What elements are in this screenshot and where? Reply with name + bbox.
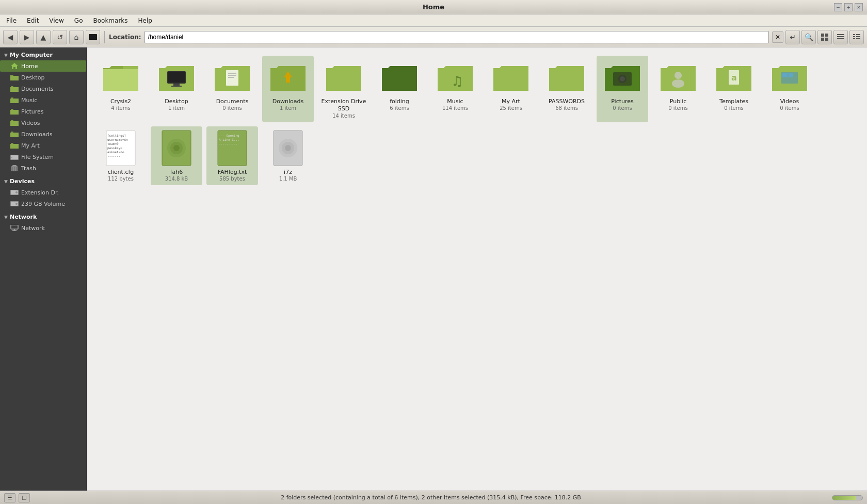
view-compact-button[interactable] [849,30,864,44]
sidebar-item-home[interactable]: Home [0,60,86,72]
file-item-fah6[interactable]: fah6 314.8 kB [151,126,202,185]
menu-file[interactable]: File [2,16,21,25]
folder-icon-templates: a [715,59,752,96]
file-item-fahlog[interactable]: --- Opening A Line C... ---------- FAHlo… [206,126,258,185]
view-grid-button[interactable] [817,30,832,44]
svg-rect-10 [853,34,855,35]
close-button[interactable]: × [855,3,863,11]
file-item-client-cfg[interactable]: [settings] username=An team=0 passkey= a… [95,126,147,185]
svg-rect-2 [90,35,96,39]
menu-bookmarks[interactable]: Bookmarks [89,16,132,25]
file-name-documents: Documents [216,98,249,105]
svg-text:username=An: username=An [107,138,128,141]
sidebar-item-desktop[interactable]: Desktop [0,72,86,83]
menu-help[interactable]: Help [134,16,156,25]
file-item-passwords[interactable]: PASSWORDS 68 items [541,56,592,122]
file-item-crysis2[interactable]: Crysis2 4 items [95,56,147,122]
folder-icon-my-art [492,59,529,96]
svg-rect-4 [825,34,828,37]
file-item-desktop[interactable]: Desktop 1 item [151,56,202,122]
minimize-button[interactable]: − [834,3,842,11]
folder-pictures-icon [10,107,19,116]
file-item-public[interactable]: Public 0 items [652,56,704,122]
menu-view[interactable]: View [45,16,68,25]
window-title: Home [423,3,444,11]
location-bar: Location: ✕ [109,31,783,43]
file-name-i7z: i7z [284,169,292,176]
menu-go[interactable]: Go [70,16,87,25]
folder-icon-music: ♫ [437,59,474,96]
svg-rect-8 [837,36,844,37]
svg-text:-------: ------- [107,154,120,158]
sidebar-item-239gb[interactable]: 239 GB Volume [0,198,86,209]
jump-button[interactable]: ↵ [785,30,800,44]
file-name-extension-ssd: Extension Drive SSD [321,98,366,113]
svg-rect-28 [12,165,17,166]
file-item-templates[interactable]: a Templates 0 items [708,56,760,122]
file-name-videos: Videos [780,98,799,105]
sidebar-item-label-239gb: 239 GB Volume [21,201,65,207]
svg-rect-42 [168,72,185,83]
file-count-pictures: 0 items [613,105,632,111]
folder-icon-desktop [158,59,195,96]
svg-point-55 [675,72,682,79]
view-list-button[interactable] [833,30,848,44]
file-item-my-art[interactable]: My Art 25 items [485,56,537,122]
svg-text:asknet=no: asknet=no [107,150,124,154]
statusbar-progress [832,495,863,500]
sidebar-item-pictures[interactable]: Pictures [0,106,86,117]
sidebar-item-label-documents: Documents [21,86,54,92]
file-count-my-art: 25 items [500,105,522,111]
file-item-downloads[interactable]: Downloads 1 item [262,56,314,122]
reload-button[interactable]: ↺ [53,30,67,44]
location-label: Location: [109,34,141,41]
sidebar-item-trash[interactable]: Trash [0,162,86,174]
up-button[interactable]: ▲ [36,30,51,44]
file-name-desktop: Desktop [165,98,188,105]
file-item-music[interactable]: ♫ Music 114 items [429,56,481,122]
back-button[interactable]: ◀ [3,30,18,44]
location-input[interactable] [145,31,769,43]
content-area: Crysis2 4 items De [87,47,867,491]
terminal-button[interactable] [86,30,100,44]
search-button[interactable]: 🔍 [801,30,816,44]
svg-rect-12 [853,36,855,37]
statusbar-btn-right[interactable]: □ [19,493,30,502]
titlebar: Home − + × [0,0,867,14]
maximize-button[interactable]: + [844,3,853,11]
svg-rect-15 [856,38,860,39]
sidebar-item-music[interactable]: Music [0,94,86,106]
sidebar-item-network[interactable]: Network [0,222,86,234]
drive-239gb-icon [10,200,19,208]
forward-button[interactable]: ▶ [20,30,34,44]
statusbar-btn-left[interactable]: ☰ [4,493,15,502]
file-name-fahlog: FAHlog.txt [218,169,247,176]
file-name-downloads: Downloads [272,98,303,105]
file-name-music: Music [447,98,463,105]
sidebar-item-extension-drive[interactable]: Extension Dr. [0,187,86,198]
svg-rect-61 [789,73,793,77]
sidebar-item-downloads[interactable]: Downloads [0,128,86,140]
sidebar-item-filesystem[interactable]: File System [0,151,86,162]
file-item-videos[interactable]: Videos 0 items [764,56,815,122]
menu-edit[interactable]: Edit [23,16,43,25]
file-count-crysis2: 4 items [111,105,130,111]
file-item-documents[interactable]: Documents 0 items [206,56,258,122]
sidebar-item-videos[interactable]: Videos [0,117,86,128]
sidebar-section-devices[interactable]: ▼ Devices [0,174,86,187]
file-item-i7z[interactable]: i7z 1.1 MB [262,126,314,185]
location-clear-button[interactable]: ✕ [772,31,783,43]
sidebar-item-my-art[interactable]: My Art [0,140,86,151]
sidebar-section-network[interactable]: ▼ Network [0,209,86,222]
svg-marker-16 [11,63,18,69]
sidebar-section-my-computer[interactable]: ▼ My Computer [0,47,86,60]
file-item-extension-ssd[interactable]: Extension Drive SSD 14 items [318,56,370,122]
statusbar: ☰ □ 2 folders selected (containing a tot… [0,491,867,504]
file-item-pictures[interactable]: Pictures 0 items [597,56,648,122]
sidebar-item-documents[interactable]: Documents [0,83,86,94]
svg-rect-23 [11,143,13,144]
file-item-folding[interactable]: folding 6 items [374,56,425,122]
svg-rect-6 [825,38,828,41]
section-label-network: Network [10,214,37,220]
home-button[interactable]: ⌂ [69,30,84,44]
